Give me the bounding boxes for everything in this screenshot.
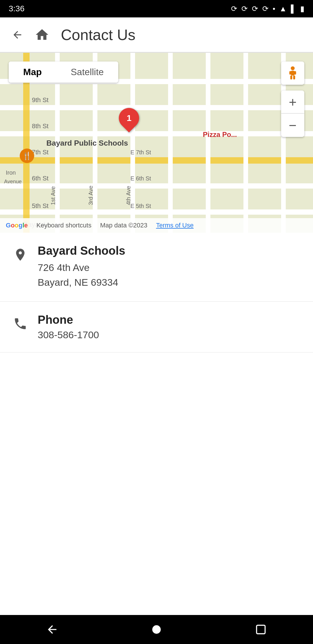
svg-rect-5 (0, 183, 313, 189)
svg-rect-34 (290, 75, 292, 79)
svg-rect-4 (0, 157, 313, 164)
status-icons: ⟳ ⟳ ⟳ ⟳ • ▲ ▌ ▮ (231, 4, 304, 13)
terms-of-use-link[interactable]: Terms of Use (156, 222, 194, 229)
header: Contact Us (0, 17, 313, 52)
map-tab[interactable]: Map (9, 61, 56, 83)
keyboard-shortcuts: Keyboard shortcuts (37, 222, 92, 229)
svg-text:9th St: 9th St (32, 96, 48, 104)
google-logo: Google (6, 222, 28, 229)
phone-text: Phone 308-586-1700 (38, 313, 99, 341)
svg-rect-13 (243, 53, 248, 233)
nav-recent-button[interactable] (252, 621, 270, 638)
svg-text:6th St: 6th St (32, 175, 48, 182)
location-name: Bayard Schools (38, 244, 125, 257)
svg-rect-36 (289, 71, 292, 75)
svg-text:5th St: 5th St (32, 202, 48, 209)
pegman-button[interactable] (281, 61, 304, 85)
phone-section[interactable]: Phone 308-586-1700 (0, 302, 313, 352)
svg-text:Avenue: Avenue (4, 179, 22, 184)
svg-text:1st Ave: 1st Ave (50, 186, 56, 205)
svg-text:4th Ave: 4th Ave (125, 186, 132, 205)
restaurant-icon: 🍴 (20, 149, 34, 163)
home-button[interactable] (32, 25, 52, 45)
location-city: Bayard, NE 69334 (38, 275, 125, 290)
sync-icon-3: ⟳ (252, 4, 258, 13)
svg-text:E 5th St: E 5th St (130, 203, 151, 209)
sync-icon-2: ⟳ (241, 4, 248, 13)
svg-rect-6 (0, 209, 313, 215)
svg-text:Pizza Po...: Pizza Po... (203, 131, 237, 138)
map-container[interactable]: 0th St 9th St 8th St 7th St 6th St 5th S… (0, 53, 313, 233)
svg-text:E 7th St: E 7th St (130, 149, 151, 155)
sync-icon-4: ⟳ (262, 4, 269, 13)
svg-text:E 6th St: E 6th St (130, 175, 151, 182)
back-button[interactable] (9, 26, 26, 44)
location-section: Bayard Schools 726 4th Ave Bayard, NE 69… (0, 233, 313, 302)
nav-back-button[interactable] (43, 621, 61, 638)
bottom-nav (0, 615, 313, 644)
svg-rect-39 (256, 625, 265, 634)
svg-rect-35 (293, 75, 295, 79)
svg-rect-37 (294, 71, 296, 75)
phone-icon (12, 315, 29, 332)
map-data-text: Map data ©2023 (100, 222, 147, 229)
sync-icon-1: ⟳ (231, 4, 237, 13)
status-bar: 3:36 ⟳ ⟳ ⟳ ⟳ • ▲ ▌ ▮ (0, 0, 313, 17)
empty-area (0, 352, 313, 644)
marker-bubble: 1 (115, 104, 143, 133)
signal-icon: ▌ (291, 4, 296, 13)
dot-icon: • (273, 4, 275, 13)
svg-text:Bayard Public Schools: Bayard Public Schools (46, 139, 128, 147)
svg-text:3rd Ave: 3rd Ave (88, 186, 94, 205)
marker-number: 1 (127, 113, 132, 123)
svg-text:7th St: 7th St (32, 149, 48, 156)
svg-text:Iron: Iron (6, 169, 16, 176)
location-text: Bayard Schools 726 4th Ave Bayard, NE 69… (38, 244, 125, 290)
zoom-out-button[interactable]: − (281, 114, 304, 137)
svg-text:8th St: 8th St (32, 122, 48, 130)
svg-rect-2 (0, 105, 313, 110)
svg-point-38 (152, 625, 161, 634)
map-tab-bar[interactable]: Map Satellite (9, 61, 118, 83)
svg-rect-12 (206, 53, 210, 233)
satellite-tab[interactable]: Satellite (56, 61, 118, 83)
location-street: 726 4th Ave (38, 260, 125, 275)
zoom-in-button[interactable]: + (281, 91, 304, 114)
main-content: Bayard Schools 726 4th Ave Bayard, NE 69… (0, 233, 313, 644)
svg-rect-11 (168, 53, 173, 233)
svg-rect-3 (0, 131, 313, 136)
nav-home-button[interactable] (148, 621, 165, 638)
phone-label: Phone (38, 313, 99, 326)
location-icon (12, 246, 29, 263)
svg-point-32 (291, 66, 294, 70)
battery-icon: ▮ (300, 4, 304, 13)
phone-number[interactable]: 308-586-1700 (38, 329, 99, 341)
wifi-icon: ▲ (279, 4, 287, 13)
map-footer: Google Keyboard shortcuts Map data ©2023… (0, 218, 313, 233)
map-marker[interactable]: 1 (119, 108, 139, 128)
page-title: Contact Us (61, 26, 135, 44)
status-time: 3:36 (9, 4, 25, 13)
